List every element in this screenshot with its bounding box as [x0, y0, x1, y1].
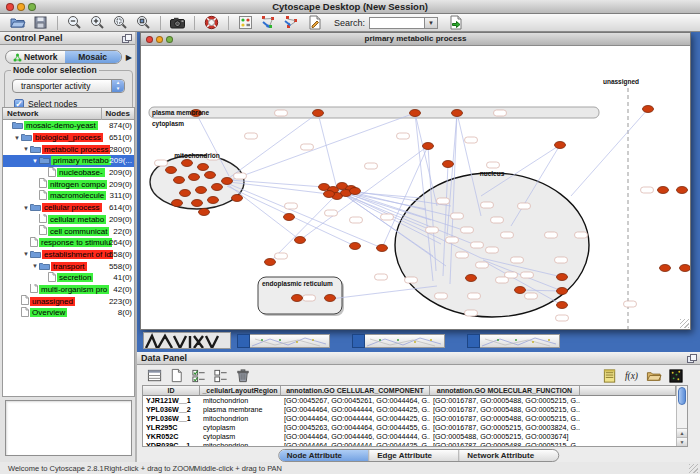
cell-ypl036w-2-3[interactable]: [GO:0016787, GO:0005488, GO:0005215, G..…	[430, 405, 580, 414]
create-attribute-icon[interactable]	[168, 367, 184, 383]
float-panel-icon[interactable]	[122, 34, 132, 43]
graph-node[interactable]	[350, 243, 361, 250]
cell-ypl036w-1-0[interactable]: YPL036W__1	[143, 414, 200, 423]
background-window-zoomed-labels[interactable]	[143, 332, 231, 349]
graph-node[interactable]	[205, 172, 216, 179]
graph-node[interactable]	[199, 209, 210, 216]
graph-node[interactable]	[325, 295, 336, 302]
search-dropdown-icon[interactable]: ▼	[425, 17, 438, 29]
cell-ydr039c-1-2[interactable]: [GO:0044464, GO:0044444, GO:0044425, G..…	[281, 441, 430, 447]
tree-row-transport[interactable]: ▼transport558(0)	[3, 260, 134, 272]
attribute-table[interactable]: ID_cellularLayoutRegionannotation.GO CEL…	[142, 385, 688, 447]
column-header-annotation-go-molecular-function[interactable]: annotation.GO MOLECULAR_FUNCTION	[430, 386, 580, 396]
graph-node[interactable]	[660, 265, 671, 272]
graph-node[interactable]	[198, 164, 209, 171]
graph-node[interactable]	[295, 237, 306, 244]
cell-ylr295c-3[interactable]: [GO:0016787, GO:0005215, GO:0003824, G..…	[430, 423, 580, 432]
graph-node[interactable]	[265, 259, 276, 266]
graph-node[interactable]	[658, 187, 669, 194]
graph-node[interactable]	[377, 245, 388, 252]
cell-ykr052c-0[interactable]: YKR052C	[143, 432, 200, 441]
tree-row-metabolic-process[interactable]: ▼metabolic process280(0)	[3, 143, 134, 155]
float-panel-icon[interactable]	[687, 354, 697, 363]
tree-row-mosaic-demo-yeast[interactable]: mosaic-demo-yeast874(0)	[3, 120, 134, 132]
background-window-fragment[interactable]	[352, 334, 446, 348]
network-snapshot-icon[interactable]	[169, 14, 186, 31]
column-header-filler[interactable]	[580, 386, 676, 396]
tree-row-macromolecule[interactable]: macromolecule311(0)	[3, 190, 134, 202]
tree-row-biological-process[interactable]: ▼biological_process651(0)	[3, 132, 134, 144]
vizmapper-icon[interactable]	[237, 14, 254, 31]
network-canvas[interactable]: plasma membranecytoplasmmitochondrionnuc…	[141, 46, 690, 329]
tree-row-multi-organism-pro[interactable]: multi-organism pro42(0)	[3, 284, 134, 296]
graph-node[interactable]	[174, 177, 185, 184]
graph-node[interactable]	[643, 106, 654, 113]
table-scrollbar[interactable]: ▲ ▼	[676, 386, 687, 446]
cell-ykr052c-3[interactable]: [GO:0005488, GO:0005215, GO:0003674]	[430, 432, 580, 441]
cell-ypl036w-2-1[interactable]: plasma membrane	[200, 405, 281, 414]
graph-node[interactable]	[350, 188, 361, 195]
app-resize-grip[interactable]	[689, 464, 698, 473]
graph-node[interactable]	[172, 200, 183, 207]
graph-node[interactable]	[180, 190, 191, 197]
zoom-out-icon[interactable]	[66, 14, 83, 31]
graph-node[interactable]	[196, 187, 207, 194]
background-window-fragment[interactable]	[467, 334, 561, 348]
cell-ypl036w-2-2[interactable]: [GO:0044464, GO:0044444, GO:0044425, G..…	[281, 405, 430, 414]
cell-ylr295c-0[interactable]: YLR295C	[143, 423, 200, 432]
node-color-dropdown[interactable]: transporter activity ▲▼	[12, 79, 125, 93]
attribute-matrix-icon[interactable]	[667, 367, 683, 383]
expander-icon[interactable]: ▼	[13, 135, 21, 141]
tab-overflow-arrow-icon[interactable]: ▶	[126, 53, 132, 62]
cell-ypl036w-1-1[interactable]: mitochondrion	[200, 414, 281, 423]
graph-node[interactable]	[443, 161, 454, 168]
select-all-attributes-icon[interactable]	[190, 367, 206, 383]
scrollbar-thumb[interactable]	[678, 387, 686, 405]
graph-node[interactable]	[466, 275, 477, 282]
cell-ypl036w-2-0[interactable]: YPL036W__2	[143, 405, 200, 414]
graph-node[interactable]	[680, 265, 691, 272]
cell-ykr052c-2[interactable]: [GO:0044464, GO:0044446, GO:0044444, G..…	[281, 432, 430, 441]
unselect-all-attributes-icon[interactable]	[212, 367, 228, 383]
scroll-down-icon[interactable]: ▼	[677, 437, 687, 446]
tree-row-nitrogen-compo[interactable]: nitrogen compo209(0)	[3, 178, 134, 190]
column-header-id[interactable]: ID	[143, 386, 200, 396]
cell-ydr039c-1-1[interactable]: mitochondrion	[200, 441, 281, 447]
graph-node[interactable]	[324, 191, 335, 198]
open-session-icon[interactable]	[9, 14, 26, 31]
apply-spring-layout-icon[interactable]	[283, 14, 300, 31]
cell-ydr039c-1-3[interactable]: [GO:0016787, GO:0005488, GO:0005215, G..…	[430, 441, 580, 447]
cell-ypl036w-1-3[interactable]: [GO:0016787, GO:0005488, GO:0005215, G..…	[430, 414, 580, 423]
graph-node[interactable]	[189, 174, 200, 181]
tab-network-attribute-browser[interactable]: Network Attribute Browser	[459, 450, 558, 461]
graph-node[interactable]	[410, 110, 421, 117]
tree-row-overview[interactable]: Overview8(0)	[3, 307, 134, 319]
network-window-titlebar[interactable]: primary metabolic process	[141, 33, 690, 46]
graph-node[interactable]	[208, 197, 219, 204]
window-resize-grip[interactable]	[680, 319, 689, 328]
graph-node[interactable]	[557, 288, 568, 295]
graph-node[interactable]	[182, 160, 193, 167]
graph-node[interactable]	[284, 214, 295, 221]
apply-layout-icon[interactable]	[260, 14, 277, 31]
tree-row-unassigned[interactable]: unassigned223(0)	[3, 295, 134, 307]
cell-yjr121w-1-0[interactable]: YJR121W__1	[143, 396, 200, 405]
cell-yjr121w-1-1[interactable]: mitochondrion	[200, 396, 281, 405]
expander-icon[interactable]: ▼	[31, 158, 39, 164]
column-header-annotation-go-cellular-component[interactable]: annotation.GO CELLULAR_COMPONENT	[281, 386, 430, 396]
tree-row-cell-communicat[interactable]: cell communicat22(0)	[3, 225, 134, 237]
cell-ykr052c-1[interactable]: cytoplasm	[200, 432, 281, 441]
import-attributes-icon[interactable]	[645, 367, 661, 383]
expander-icon[interactable]: ▼	[22, 251, 30, 257]
cell-yjr121w-1-3[interactable]: [GO:0016787, GO:0005488, GO:0005215, G..…	[430, 396, 580, 405]
cell-ypl036w-1-2[interactable]: [GO:0044464, GO:0044444, GO:0044425, G..…	[281, 414, 430, 423]
graph-node[interactable]	[557, 302, 568, 309]
birdseye-view-panel[interactable]	[5, 400, 132, 456]
graph-node[interactable]	[166, 167, 177, 174]
column-header-cellularlayoutregion[interactable]: _cellularLayoutRegion	[200, 386, 281, 396]
function-builder-icon[interactable]: f(x)	[623, 367, 639, 383]
tree-row-response-to-stimulu[interactable]: response to stimulu264(0)	[3, 237, 134, 249]
tab-mosaic[interactable]: Mosaic	[65, 51, 121, 63]
annotation-icon[interactable]	[306, 14, 323, 31]
search-input[interactable]	[369, 17, 425, 29]
